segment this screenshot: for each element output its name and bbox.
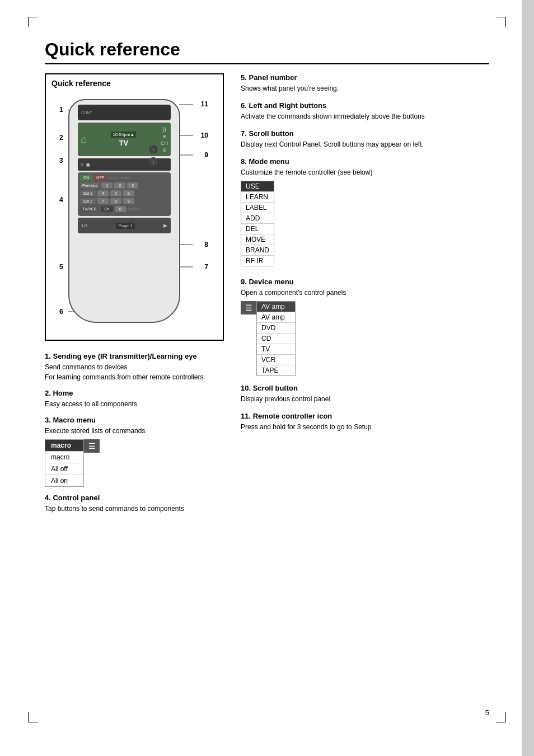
btn-on[interactable]: ON [80, 175, 92, 181]
label-4: 4 [59, 196, 63, 204]
screen-right-icons: )) ⊕ CH ⊖ [161, 126, 168, 153]
page: Quick reference Quick reference [0, 0, 534, 756]
section-10: 10. Scroll button Display previous contr… [241, 384, 489, 404]
device-item-avamp[interactable]: AV amp [257, 312, 295, 323]
section-8-heading: 8. Mode menu [241, 157, 489, 166]
macro-item-alloff[interactable]: All off [45, 463, 83, 475]
device-menu-wrapper: ☰ AV amp AV amp DVD CD TV VCR TAPE [241, 301, 489, 376]
section-8: 8. Mode menu Customize the remote contro… [241, 157, 489, 270]
cont-label: CONT [81, 111, 92, 115]
btn-ext1[interactable]: Ext 1 [80, 190, 96, 196]
device-item-dvd[interactable]: DVD [257, 323, 295, 334]
macro-menu-wrapper: macro macro All off All on ☰ [45, 439, 224, 487]
btn-tvvcr[interactable]: TV/VCR [80, 206, 99, 212]
mode-item-use[interactable]: USE [241, 181, 274, 192]
page-nav-arrow[interactable]: ▶ [163, 223, 167, 228]
mode-item-learn[interactable]: LEARN [241, 192, 274, 203]
device-item-tape[interactable]: TAPE [257, 365, 295, 375]
device-icon-cell: ☰ [241, 301, 256, 314]
remote-bottom-bar: 1/3 Page 1 ▶ [78, 218, 171, 233]
section-5-heading: 5. Panel number [241, 73, 489, 82]
device-item-tv[interactable]: TV [257, 344, 295, 355]
mode-item-brand[interactable]: BRAND [241, 245, 274, 256]
tv-label: TV [119, 139, 129, 147]
btn-row-5: TV/VCR Ch 0 [80, 206, 168, 212]
label-11: 11 [201, 100, 208, 108]
section-9-body: Open a component's control panels [241, 288, 489, 298]
section-2-heading: 2. Home [45, 389, 224, 397]
page-label: Page 1 [116, 223, 134, 229]
btn-row-4: Ext 2 7 8 9 [80, 198, 168, 204]
label-7: 7 [204, 263, 208, 271]
btn-previous[interactable]: Previous [80, 182, 100, 189]
label-5: 5 [59, 263, 63, 271]
btn-extra2[interactable] [120, 177, 130, 179]
home-icon: ⌂ [81, 134, 87, 145]
device-menu-box: AV amp AV amp DVD CD TV VCR TAPE [256, 301, 296, 376]
btn-extra3[interactable] [128, 208, 140, 210]
page-title: Quick reference [45, 39, 489, 60]
btn-8[interactable]: 8 [110, 198, 121, 204]
device-item-avamp-selected[interactable]: AV amp [257, 302, 295, 312]
btn-0[interactable]: 0 [115, 206, 126, 212]
section-10-heading: 10. Scroll button [241, 384, 489, 392]
section-1-body: Send commands to devicesFor learning com… [45, 362, 224, 382]
mode-item-add[interactable]: ADD [241, 213, 274, 224]
hol-btn-2[interactable]: i [149, 157, 158, 166]
btn-row-3: Ext 1 4 5 6 [80, 190, 168, 196]
macro-item-2[interactable]: macro [45, 452, 83, 463]
btn-3[interactable]: 3 [127, 182, 138, 189]
btn-5[interactable]: 5 [110, 190, 121, 196]
section-3-body: Execute stored lists of commands [45, 426, 224, 436]
page-indicator: 1/3 [81, 223, 87, 228]
mode-item-move[interactable]: MOVE [241, 234, 274, 245]
mode-item-rfir[interactable]: RF IR [241, 256, 274, 266]
section-5-body: Shows what panel you're seeing. [241, 83, 489, 93]
section-1-heading: 1. Sending eye (IR transmitter)/Learning… [45, 352, 224, 360]
label-6: 6 [59, 308, 63, 316]
btn-6[interactable]: 6 [123, 190, 134, 196]
screen-icon2: ▣ [86, 162, 91, 167]
buttons-area: ON OFF Previous 1 2 3 [78, 172, 171, 216]
remote-top-bar: CONT [78, 105, 171, 120]
macro-item-selected[interactable]: macro [45, 440, 83, 452]
device-item-vcr[interactable]: VCR [257, 355, 295, 365]
page-number: 5 [485, 708, 489, 717]
section-11: 11. Remote controller icon Press and hol… [241, 412, 489, 432]
mode-item-label[interactable]: LABEL [241, 203, 274, 213]
section-4-heading: 4. Control panel [45, 494, 224, 502]
section-10-body: Display previous control panel [241, 394, 489, 404]
corner-mark-tl [28, 17, 38, 27]
macro-item-allon[interactable]: All on [45, 475, 83, 486]
scroll-icon-top: ⊕ [162, 134, 167, 139]
btn-row-1: ON OFF [80, 175, 168, 181]
macro-icon: ☰ [88, 442, 96, 450]
btn-1[interactable]: 1 [101, 182, 113, 189]
label-9: 9 [204, 151, 208, 159]
quick-reference-box: Quick reference [45, 73, 224, 341]
section-7-heading: 7. Scroll button [241, 129, 489, 138]
btn-2[interactable]: 2 [114, 182, 125, 189]
mute-icon: )) [162, 126, 166, 133]
btn-9[interactable]: 9 [123, 198, 134, 204]
macro-icon-cell: ☰ [84, 439, 100, 453]
btn-extra1[interactable] [108, 177, 118, 179]
btn-7[interactable]: 7 [97, 198, 109, 204]
section-7: 7. Scroll button Display next Control Pa… [241, 129, 489, 149]
time-display: 10:54pm▲ [111, 132, 136, 138]
section-4-body: Tap buttons to send commands to componen… [45, 504, 224, 514]
mode-item-del[interactable]: DEL [241, 224, 274, 234]
left-column: Quick reference [45, 73, 224, 520]
btn-row-2: Previous 1 2 3 [80, 182, 168, 189]
btn-ch[interactable]: Ch [101, 206, 113, 212]
section-6: 6. Left and Right buttons Activate the c… [241, 101, 489, 121]
btn-off[interactable]: OFF [94, 175, 106, 181]
section-9-heading: 9. Device menu [241, 278, 489, 286]
section-11-heading: 11. Remote controller icon [241, 412, 489, 420]
hol-btn-1[interactable]: i [149, 145, 158, 154]
sidebar-bar [522, 0, 534, 756]
device-item-cd[interactable]: CD [257, 334, 295, 344]
btn-ext2[interactable]: Ext 2 [80, 198, 96, 204]
section-6-body: Activate the commands shown immediately … [241, 111, 489, 121]
btn-4[interactable]: 4 [97, 190, 109, 196]
